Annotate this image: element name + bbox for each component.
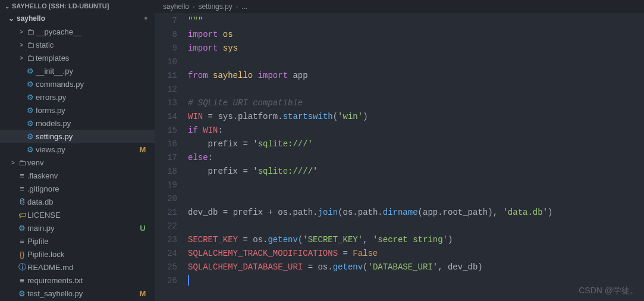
sidebar-header[interactable]: ⌄ SAYHELLO [SSH: LD-UBUNTU]	[0, 0, 155, 12]
tree-item-label: __pycache__	[36, 27, 138, 36]
vcs-badge: M	[138, 289, 147, 298]
tree-item-label: forms.py	[36, 106, 138, 115]
tree-item-label: templates	[36, 54, 138, 62]
editor-pane: sayhello › settings.py › ... 78910111213…	[155, 0, 644, 301]
py-icon: ⚙	[25, 80, 36, 89]
tree-item[interactable]: >🗀templates	[0, 51, 155, 64]
py-icon: ⚙	[25, 119, 36, 128]
folder-icon: 🗀	[25, 40, 36, 49]
line-number: 8	[155, 28, 177, 42]
breadcrumb-part[interactable]: sayhello	[163, 2, 189, 11]
py-icon: ⚙	[25, 67, 36, 76]
line-number: 9	[155, 42, 177, 55]
code-line[interactable]	[188, 178, 644, 192]
vcs-badge: M	[138, 145, 147, 154]
lic-icon: 🏷	[17, 211, 27, 220]
py-icon: ⚙	[25, 132, 36, 141]
tree-item-label: README.md	[27, 263, 138, 272]
folder-icon: 🗀	[25, 54, 36, 62]
breadcrumb[interactable]: sayhello › settings.py › ...	[155, 0, 644, 13]
file-icon: ≡	[17, 184, 27, 193]
tree-item[interactable]: ≡requirements.txt	[0, 274, 155, 287]
code-content[interactable]: """import osimport sysfrom sayhello impo…	[188, 14, 644, 301]
line-number: 10	[155, 55, 177, 69]
code-line[interactable]: from sayhello import app	[188, 69, 644, 83]
tree-item-label: models.py	[36, 119, 138, 128]
tree-item[interactable]: >🗀venv	[0, 156, 155, 169]
tree-item[interactable]: ⚙commands.py	[0, 77, 155, 90]
tree-item[interactable]: ⚙models.py	[0, 117, 155, 130]
tree-item[interactable]: ≡.gitignore	[0, 182, 155, 195]
tree-item[interactable]: ≡.flaskenv	[0, 169, 155, 182]
code-area[interactable]: 7891011121314151617181920212223242526 ""…	[155, 13, 644, 301]
line-number: 11	[155, 69, 177, 83]
line-number: 16	[155, 137, 177, 151]
code-line[interactable]: SQLALCHEMY_DATABASE_URI = os.getenv('DAT…	[188, 261, 644, 274]
folder-root[interactable]: ⌄ sayhello •	[0, 12, 155, 25]
code-line[interactable]	[188, 83, 644, 96]
tree-item[interactable]: ⚙main.pyU	[0, 221, 155, 234]
line-number: 7	[155, 14, 177, 28]
code-line[interactable]	[188, 274, 644, 288]
chevron-down-icon: ⌄	[8, 14, 14, 23]
code-line[interactable]: SQLALCHEMY_TRACK_MODIFICATIONS = False	[188, 247, 644, 261]
tree-item[interactable]: ⚙__init__.py	[0, 64, 155, 77]
code-line[interactable]	[188, 55, 644, 69]
line-number: 13	[155, 96, 177, 110]
tree-item-label: Pipfile	[27, 237, 138, 246]
chevron-down-icon: ⌄	[5, 3, 10, 10]
sidebar-title: SAYHELLO [SSH: LD-UBUNTU]	[12, 2, 109, 10]
code-line[interactable]	[188, 220, 644, 233]
tree-item[interactable]: ⓘREADME.md	[0, 261, 155, 274]
tree-item[interactable]: ⚙settings.py	[0, 130, 155, 143]
tree-item-label: static	[36, 40, 138, 49]
tree-item[interactable]: 🛢data.db	[0, 195, 155, 208]
code-line[interactable]: """	[188, 14, 644, 28]
line-number: 12	[155, 83, 177, 96]
tree-item-label: requirements.txt	[27, 276, 138, 285]
tree-item[interactable]: >🗀static	[0, 38, 155, 51]
tree-item[interactable]: 🏷LICENSE	[0, 208, 155, 221]
file-icon: ≡	[17, 171, 27, 180]
file-icon: ≡	[17, 276, 27, 285]
code-line[interactable]: import os	[188, 28, 644, 42]
line-number: 25	[155, 261, 177, 274]
md-icon: ⓘ	[17, 262, 27, 272]
tree-item-label: .gitignore	[27, 184, 138, 193]
line-number: 22	[155, 220, 177, 233]
tree-item[interactable]: ⚙errors.py	[0, 90, 155, 104]
tree-item[interactable]: {}Pipfile.lock	[0, 247, 155, 261]
line-number: 14	[155, 110, 177, 124]
code-line[interactable]: WIN = sys.platform.startswith('win')	[188, 110, 644, 124]
tree-item-label: __init__.py	[36, 67, 138, 76]
line-number: 23	[155, 233, 177, 247]
tree-item-label: views.py	[36, 145, 138, 154]
tree-item[interactable]: ≡Pipfile	[0, 234, 155, 247]
breadcrumb-part[interactable]: ...	[241, 2, 247, 11]
line-number: 15	[155, 124, 177, 137]
tree-item[interactable]: ⚙forms.py	[0, 104, 155, 117]
code-line[interactable]: prefix = 'sqlite:////'	[188, 165, 644, 178]
tree-item[interactable]: ⚙test_sayhello.pyM	[0, 287, 155, 300]
watermark: CSDN @学徒。	[579, 284, 638, 297]
cursor	[188, 275, 189, 286]
tree-item[interactable]: >🗀__pycache__	[0, 25, 155, 38]
code-line[interactable]: dev_db = prefix + os.path.join(os.path.d…	[188, 206, 644, 220]
line-number: 20	[155, 192, 177, 206]
breadcrumb-part[interactable]: settings.py	[198, 2, 232, 11]
code-line[interactable]: prefix = 'sqlite:///'	[188, 137, 644, 151]
folder-icon: 🗀	[25, 27, 36, 36]
tree-item[interactable]: ⚙views.pyM	[0, 143, 155, 156]
tree-item-label: settings.py	[36, 132, 138, 141]
code-line[interactable]: else:	[188, 151, 644, 165]
code-line[interactable]: import sys	[188, 42, 644, 55]
chevron-right-icon: >	[18, 29, 25, 35]
tree-item-label: Pipfile.lock	[27, 250, 138, 259]
file-icon: ≡	[17, 237, 27, 246]
code-line[interactable]: # SQLite URI compatible	[188, 96, 644, 110]
dirty-dot-icon: •	[144, 13, 147, 24]
code-line[interactable]: if WIN:	[188, 124, 644, 137]
code-line[interactable]	[188, 192, 644, 206]
code-line[interactable]: SECRET_KEY = os.getenv('SECRET_KEY', 'se…	[188, 233, 644, 247]
tree-item-label: LICENSE	[27, 211, 138, 220]
